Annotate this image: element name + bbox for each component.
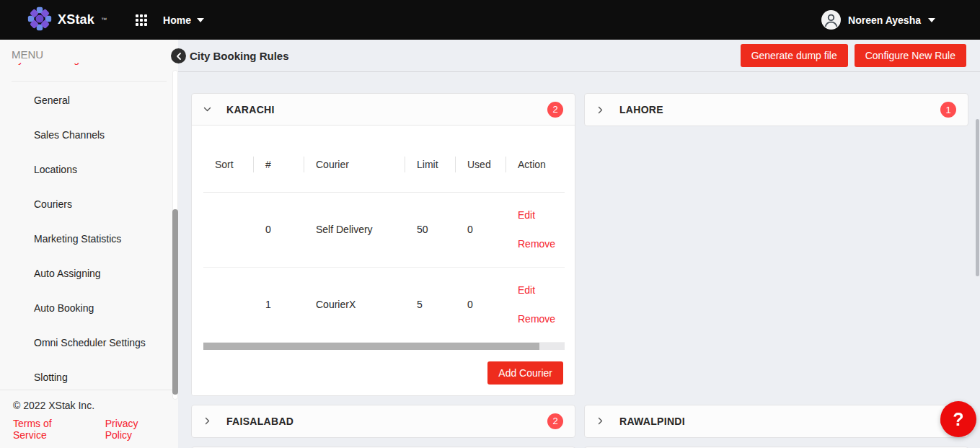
brand-name: XStak <box>58 12 94 27</box>
table-header-row: Sort # Courier Limit Used Action <box>203 137 565 192</box>
sidebar-item-general[interactable]: General <box>0 83 178 118</box>
configure-new-rule-button[interactable]: Configure New Rule <box>855 44 966 67</box>
page-header: City Booking Rules Generate dump file Co… <box>178 40 980 72</box>
chevron-right-icon <box>596 417 604 425</box>
city-card-faisalabad-header[interactable]: FAISALABAD 2 <box>192 405 575 437</box>
add-courier-button[interactable]: Add Courier <box>487 361 563 385</box>
rule-count-badge: 1 <box>940 102 956 118</box>
sidebar-item-locations[interactable]: Locations <box>0 152 178 187</box>
chevron-right-icon <box>596 106 604 114</box>
user-avatar <box>821 10 841 30</box>
sidebar-item-marketing-statistics[interactable]: Marketing Statistics <box>0 221 178 256</box>
copyright-text: © 2022 XStak Inc. <box>13 400 165 411</box>
xstak-logo-icon <box>27 6 52 33</box>
table-row: 0 Self Delivery 50 0 Edit Remove <box>203 192 565 267</box>
row-courier: Self Delivery <box>304 192 405 267</box>
city-cards-grid: KARACHI 2 Sort # <box>178 72 980 448</box>
column-header-number: # <box>254 137 304 192</box>
city-card-lahore: LAHORE 1 <box>584 93 968 126</box>
row-used: 0 <box>456 267 506 342</box>
row-limit: 50 <box>405 192 456 267</box>
terms-of-service-link[interactable]: Terms of Service <box>13 418 85 441</box>
column-header-used: Used <box>456 137 506 192</box>
rule-count-badge: 2 <box>547 102 563 118</box>
edit-link[interactable]: Edit <box>518 283 565 298</box>
row-used: 0 <box>456 192 506 267</box>
table-horizontal-scrollbar-thumb[interactable] <box>203 343 539 350</box>
brand-trademark: ™ <box>101 17 107 23</box>
remove-link[interactable]: Remove <box>518 312 565 327</box>
sidebar: MENU System Settings General Sales Chann… <box>0 40 178 448</box>
city-card-karachi: KARACHI 2 Sort # <box>191 93 575 396</box>
sidebar-item-couriers[interactable]: Couriers <box>0 187 178 221</box>
brand-logo-link[interactable]: XStak™ <box>27 6 107 33</box>
sidebar-item-auto-booking[interactable]: Auto Booking <box>0 291 178 325</box>
chevron-left-icon <box>176 53 182 60</box>
user-name: Noreen Ayesha <box>848 14 921 26</box>
privacy-policy-link[interactable]: Privacy Policy <box>105 418 165 441</box>
city-card-karachi-body: Sort # Courier Limit Used Action <box>192 126 575 395</box>
city-name: FAISALABAD <box>226 416 293 427</box>
rule-count-badge: 2 <box>547 413 563 429</box>
column-header-courier: Courier <box>304 137 405 192</box>
row-order: 0 <box>254 192 304 267</box>
city-card-rawalpindi-header[interactable]: RAWALPINDI <box>585 405 968 437</box>
table-row: 1 CourierX 5 0 Edit Remove <box>203 267 565 342</box>
sidebar-active-section-clipped[interactable]: System Settings <box>12 63 167 67</box>
edit-link[interactable]: Edit <box>518 208 565 223</box>
row-order: 1 <box>254 267 304 342</box>
city-name: RAWALPINDI <box>619 416 685 427</box>
couriers-table-wrap: Sort # Courier Limit Used Action <box>203 137 565 343</box>
home-menu-label: Home <box>163 14 191 26</box>
row-limit: 5 <box>405 267 456 342</box>
main-content: City Booking Rules Generate dump file Co… <box>178 40 980 448</box>
page-title: City Booking Rules <box>190 50 289 62</box>
city-name: LAHORE <box>619 104 663 115</box>
sidebar-scrollbar-track[interactable] <box>172 70 178 400</box>
column-header-sort: Sort <box>203 137 254 192</box>
city-card-karachi-header[interactable]: KARACHI 2 <box>192 94 575 126</box>
help-button[interactable]: ? <box>940 401 976 437</box>
city-card-rawalpindi: RAWALPINDI <box>584 405 968 438</box>
sidebar-item-slotting[interactable]: Slotting <box>0 360 178 390</box>
remove-link[interactable]: Remove <box>518 237 565 252</box>
sidebar-item-sales-channels[interactable]: Sales Channels <box>0 118 178 152</box>
chevron-down-icon <box>928 18 935 22</box>
chevron-down-icon <box>197 18 204 22</box>
sidebar-scrollbar-thumb[interactable] <box>172 209 178 395</box>
column-header-action: Action <box>506 137 565 192</box>
page-scrollbar-thumb[interactable] <box>976 119 979 276</box>
home-menu-dropdown[interactable]: Home <box>163 14 204 26</box>
generate-dump-file-button[interactable]: Generate dump file <box>741 44 848 67</box>
chevron-down-icon <box>203 105 211 113</box>
sidebar-menu-label: MENU <box>12 47 167 63</box>
couriers-table: Sort # Courier Limit Used Action <box>203 137 565 343</box>
chevron-right-icon <box>203 417 211 425</box>
city-card-faisalabad: FAISALABAD 2 <box>191 405 575 438</box>
table-horizontal-scrollbar-track[interactable] <box>203 343 565 350</box>
column-header-limit: Limit <box>405 137 456 192</box>
back-button[interactable] <box>171 48 186 63</box>
city-name: KARACHI <box>226 104 275 115</box>
sidebar-item-auto-assigning[interactable]: Auto Assigning <box>0 256 178 291</box>
sidebar-footer: © 2022 XStak Inc. Terms of Service Priva… <box>0 390 178 448</box>
apps-grid-icon[interactable] <box>136 14 147 26</box>
user-menu-dropdown[interactable]: Noreen Ayesha <box>821 10 935 30</box>
row-courier: CourierX <box>304 267 405 342</box>
top-navbar: XStak™ Home Noreen Ayesha <box>0 0 980 40</box>
sidebar-menu: General Sales Channels Locations Courier… <box>0 82 178 390</box>
sidebar-item-omni-scheduler-settings[interactable]: Omni Scheduler Settings <box>0 325 178 360</box>
city-card-lahore-header[interactable]: LAHORE 1 <box>585 94 968 126</box>
